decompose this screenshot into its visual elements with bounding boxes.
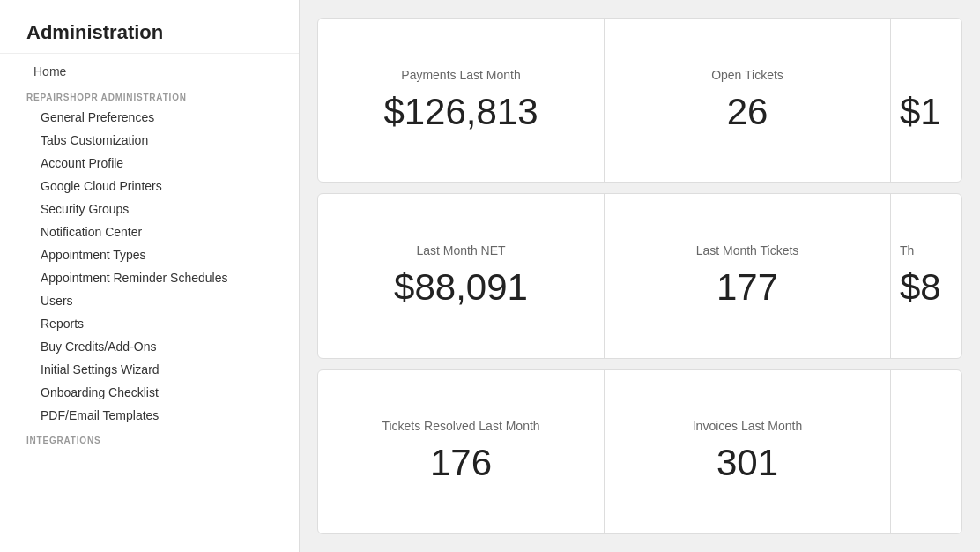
main-content: Payments Last Month $126,813 Open Ticket… (300, 0, 980, 552)
stat-partial-row2: Th $8 (891, 194, 961, 357)
stat-value-open-tickets: 26 (727, 91, 768, 133)
stat-label-last-month-net: Last Month NET (416, 243, 505, 257)
stat-value-tickets-resolved: 176 (430, 442, 492, 484)
stat-partial-row2-value: $8 (900, 266, 941, 309)
stat-label-payments-last-month: Payments Last Month (401, 68, 520, 82)
sidebar-item-general-preferences[interactable]: General Preferences (0, 106, 299, 129)
stat-last-month-net: Last Month NET $88,091 (318, 194, 605, 357)
sidebar-item-home[interactable]: Home (0, 59, 299, 84)
sidebar-item-initial-settings-wizard[interactable]: Initial Settings Wizard (0, 358, 299, 381)
sidebar-item-pdf-email-templates[interactable]: PDF/Email Templates (0, 404, 299, 427)
stats-row-1: Payments Last Month $126,813 Open Ticket… (317, 18, 962, 183)
stat-invoices-last-month: Invoices Last Month 301 (605, 370, 891, 533)
stat-tickets-resolved: Tickets Resolved Last Month 176 (318, 370, 605, 533)
sidebar-item-reports[interactable]: Reports (0, 312, 299, 335)
stat-last-month-tickets: Last Month Tickets 177 (605, 194, 891, 357)
stat-value-invoices-last-month: 301 (716, 442, 778, 484)
sidebar-item-notification-center[interactable]: Notification Center (0, 220, 299, 243)
sidebar-item-tabs-customization[interactable]: Tabs Customization (0, 129, 299, 152)
sidebar: Administration Home REPAIRSHOPR ADMINIST… (0, 0, 300, 552)
sidebar-item-account-profile[interactable]: Account Profile (0, 152, 299, 175)
stat-partial-row3 (891, 370, 961, 533)
stats-row-2: Last Month NET $88,091 Last Month Ticket… (317, 193, 962, 358)
stat-payments-last-month: Payments Last Month $126,813 (318, 19, 605, 182)
stat-value-last-month-net: $88,091 (394, 266, 528, 309)
sidebar-item-users[interactable]: Users (0, 289, 299, 312)
stat-partial-row1: $1 (891, 19, 961, 182)
stat-partial-row1-label (900, 68, 903, 82)
sidebar-item-google-cloud-printers[interactable]: Google Cloud Printers (0, 175, 299, 198)
stat-open-tickets: Open Tickets 26 (605, 19, 891, 182)
stat-partial-row3-label (900, 419, 903, 433)
sidebar-item-onboarding-checklist[interactable]: Onboarding Checklist (0, 381, 299, 404)
stat-partial-row2-label: Th (900, 243, 914, 257)
sidebar-item-buy-credits[interactable]: Buy Credits/Add-Ons (0, 335, 299, 358)
stat-value-last-month-tickets: 177 (716, 266, 778, 309)
stat-partial-row1-value: $1 (900, 91, 941, 133)
stats-row-3: Tickets Resolved Last Month 176 Invoices… (317, 369, 962, 534)
stat-label-tickets-resolved: Tickets Resolved Last Month (382, 419, 539, 433)
sidebar-title: Administration (0, 9, 299, 54)
sidebar-item-security-groups[interactable]: Security Groups (0, 198, 299, 220)
sidebar-section-integrations: INTEGRATIONS (0, 427, 299, 449)
sidebar-item-appointment-types[interactable]: Appointment Types (0, 243, 299, 266)
sidebar-item-appointment-reminder-schedules[interactable]: Appointment Reminder Schedules (0, 266, 299, 289)
stat-partial-row3-value (900, 442, 910, 484)
stat-label-invoices-last-month: Invoices Last Month (693, 419, 803, 433)
stat-label-open-tickets: Open Tickets (711, 68, 783, 82)
sidebar-section-repairshopr: REPAIRSHOPR ADMINISTRATION (0, 84, 299, 106)
stat-label-last-month-tickets: Last Month Tickets (696, 243, 799, 257)
stat-value-payments-last-month: $126,813 (383, 91, 538, 133)
